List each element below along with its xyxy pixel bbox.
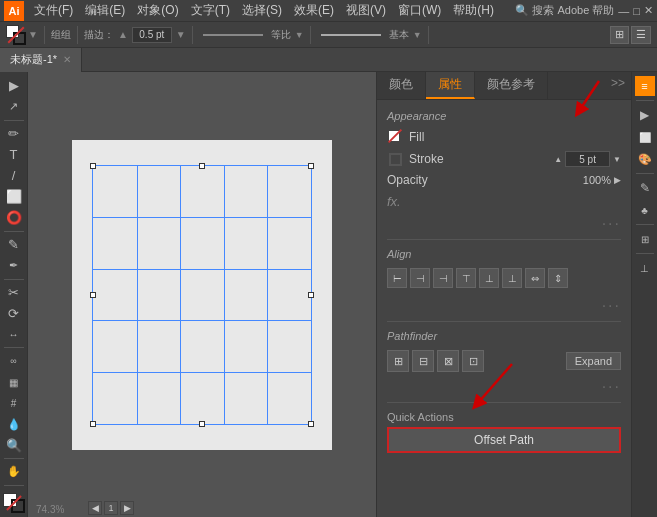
tab-close-btn[interactable]: ✕ [63,54,71,65]
pf-unite[interactable]: ⊞ [387,350,409,372]
stroke-input[interactable] [132,27,172,43]
zoom-tool[interactable]: 🔍 [3,435,25,455]
fx-row[interactable]: fx. [377,190,631,213]
pf-intersect[interactable]: ⊠ [437,350,459,372]
stroke-down[interactable]: ▼ [613,155,621,164]
menu-object[interactable]: 对象(O) [131,0,184,21]
scale-tool[interactable]: ↔ [3,324,25,344]
menu-view[interactable]: 视图(V) [340,0,392,21]
nav-next[interactable]: ▶ [120,501,134,515]
rib-sep-2 [636,173,654,174]
mesh-tool[interactable]: # [3,393,25,413]
align-bottom-edge[interactable]: ⊥ [502,268,522,288]
opacity-arrow[interactable]: ▶ [614,175,621,185]
artboard-panel-btn[interactable]: ⬜ [635,127,655,147]
menu-select[interactable]: 选择(S) [236,0,288,21]
fill-icon[interactable] [387,129,403,145]
layers-panel-btn[interactable]: ▶ [635,105,655,125]
handle-tm[interactable] [199,163,205,169]
brush-tool[interactable]: ✎ [3,235,25,255]
align-top-edge[interactable]: ⊤ [456,268,476,288]
appearance-header: Appearance [377,106,631,126]
properties-panel-btn[interactable]: ≡ [635,76,655,96]
stroke-up[interactable]: ▲ [554,155,562,164]
tab-untitled[interactable]: 未标题-1* ✕ [0,48,82,72]
line-tool[interactable]: / [3,166,25,186]
handle-bm[interactable] [199,421,205,427]
align-panel-btn[interactable]: ⊥ [635,258,655,278]
distrib-h[interactable]: ⇔ [525,268,545,288]
menu-restore[interactable]: □ [633,5,640,17]
opacity-display[interactable]: 100% [583,174,611,186]
stroke-up-arrow[interactable]: ▲ [118,29,128,40]
nav-page[interactable]: 1 [104,501,118,515]
panel-more-btn[interactable]: >> [605,72,631,99]
menu-minimize[interactable]: — [618,5,629,17]
blend-tool[interactable]: ∞ [3,351,25,371]
menu-file[interactable]: 文件(F) [28,0,79,21]
tab-title: 未标题-1* [10,52,57,67]
menu-effect[interactable]: 效果(E) [288,0,340,21]
canvas-area[interactable]: 74.3% ◀ 1 ▶ [28,72,376,517]
align-v-center[interactable]: ⊥ [479,268,499,288]
menu-close[interactable]: ✕ [644,4,653,17]
tab-color-guide[interactable]: 颜色参考 [475,72,548,99]
expand-btn[interactable]: Expand [566,352,621,370]
select-tool[interactable]: ▶ [3,76,25,96]
menu-help[interactable]: 帮助(H) [447,0,500,21]
brushes-panel-btn[interactable]: ✎ [635,178,655,198]
pf-exclude[interactable]: ⊡ [462,350,484,372]
main-layout: ▶ ↗ ✏ T / ⬜ ⭕ ✎ ✒ ✂ ⟳ ↔ ∞ ▦ # 💧 🔍 ✋ [0,72,657,517]
swatches-panel-btn[interactable]: 🎨 [635,149,655,169]
handle-bl[interactable] [90,421,96,427]
align-options-btn[interactable]: ☰ [631,26,651,44]
lt-sep-2 [4,231,24,232]
handle-tl[interactable] [90,163,96,169]
stroke-icon[interactable] [387,151,403,167]
arrange-btn[interactable]: ⊞ [610,26,629,44]
symbols-panel-btn[interactable]: ♣ [635,200,655,220]
grid-object[interactable] [92,165,312,425]
stroke-value-input[interactable] [565,151,610,167]
ellipse-tool[interactable]: ⭕ [3,208,25,228]
eyedropper-tool[interactable]: 💧 [3,414,25,434]
direct-select-tool[interactable]: ↗ [3,97,25,117]
distrib-v[interactable]: ⇕ [548,268,568,288]
handle-ml[interactable] [90,292,96,298]
pf-dots: ··· [377,376,631,398]
grid-h-3 [93,320,311,321]
menu-edit[interactable]: 编辑(E) [79,0,131,21]
pen-tool[interactable]: ✏ [3,124,25,144]
fill-stroke-tools[interactable] [3,493,25,513]
gradient-tool[interactable]: ▦ [3,372,25,392]
grid-h-1 [93,217,311,218]
stroke-down-arrow[interactable]: ▼ [176,29,186,40]
dropdown-2[interactable]: ▼ [413,30,422,40]
menu-text[interactable]: 文字(T) [185,0,236,21]
rib-sep-3 [636,224,654,225]
handle-br[interactable] [308,421,314,427]
pf-minus-front[interactable]: ⊟ [412,350,434,372]
dropdown-1[interactable]: ▼ [295,30,304,40]
align-right-edge[interactable]: ⊣ [433,268,453,288]
rotate-tool[interactable]: ⟳ [3,303,25,323]
nav-controls: ◀ 1 ▶ [88,501,134,515]
handle-tr[interactable] [308,163,314,169]
align-h-center[interactable]: ⊣ [410,268,430,288]
menu-window[interactable]: 窗口(W) [392,0,447,21]
hand-tool[interactable]: ✋ [3,462,25,482]
type-tool[interactable]: T [3,145,25,165]
align-left-edge[interactable]: ⊢ [387,268,407,288]
rect-tool[interactable]: ⬜ [3,187,25,207]
graphic-styles-btn[interactable]: ⊞ [635,229,655,249]
eraser-tool[interactable]: ✂ [3,282,25,302]
quick-actions-label: Quick Actions [387,411,621,423]
nav-prev[interactable]: ◀ [88,501,102,515]
handle-mr[interactable] [308,292,314,298]
pencil-tool[interactable]: ✒ [3,256,25,276]
offset-path-button[interactable]: Offset Path [387,427,621,453]
fill-stroke-icon[interactable] [6,25,26,45]
tab-properties[interactable]: 属性 [426,72,475,99]
tab-color[interactable]: 颜色 [377,72,426,99]
sep-3 [387,402,621,403]
